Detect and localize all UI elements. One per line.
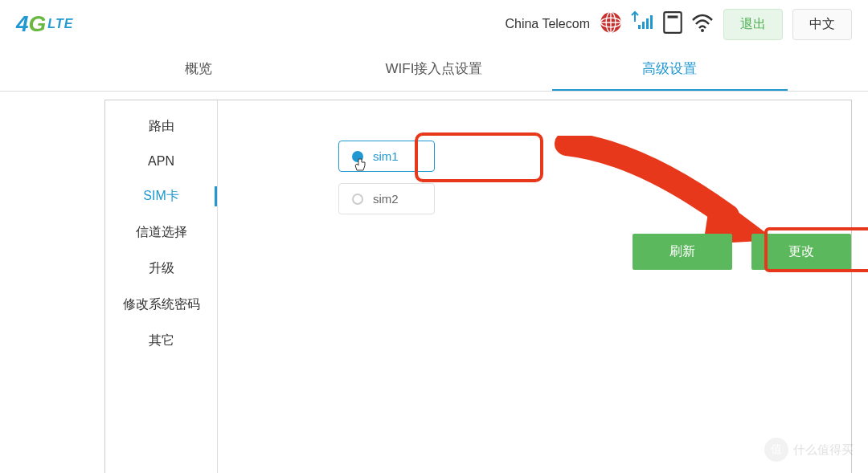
- refresh-button[interactable]: 刷新: [633, 234, 732, 270]
- language-button[interactable]: 中文: [792, 9, 852, 40]
- sim1-label: sim1: [373, 149, 399, 163]
- tab-advanced[interactable]: 高级设置: [552, 48, 788, 91]
- sidebar: 路由 APN SIM卡 信道选择 升级 修改系统密码 其它: [105, 100, 218, 473]
- watermark-icon: 值: [764, 438, 788, 462]
- signal-icon: [630, 10, 654, 38]
- svg-rect-10: [668, 15, 678, 18]
- globe-icon: [600, 11, 622, 37]
- sidebar-item-upgrade[interactable]: 升级: [105, 251, 217, 287]
- logo-lte: LTE: [47, 17, 73, 31]
- sim2-option[interactable]: sim2: [338, 183, 435, 214]
- logo-4: 4: [16, 11, 29, 36]
- status-icons: [600, 10, 714, 38]
- wifi-icon: [691, 12, 714, 36]
- logo: 4G LTE: [16, 11, 73, 37]
- action-buttons: 刷新 更改: [633, 234, 851, 270]
- change-button[interactable]: 更改: [751, 234, 851, 270]
- tab-overview[interactable]: 概览: [80, 48, 316, 91]
- cursor-icon: [354, 157, 366, 174]
- carrier-label: China Telecom: [505, 17, 590, 31]
- svg-rect-8: [650, 15, 653, 29]
- sim1-option[interactable]: sim1: [338, 141, 435, 172]
- watermark: 值 什么值得买: [764, 438, 854, 462]
- logo-g: G: [29, 11, 47, 36]
- header: 4G LTE China Telecom 退出 中文: [0, 0, 868, 48]
- sidebar-item-sim[interactable]: SIM卡: [105, 178, 217, 214]
- svg-rect-5: [638, 25, 641, 29]
- radio-unselected-icon: [352, 194, 363, 205]
- sidebar-item-channel[interactable]: 信道选择: [105, 214, 217, 251]
- tab-wifi[interactable]: WIFI接入点设置: [316, 48, 551, 91]
- svg-rect-9: [664, 12, 681, 33]
- watermark-text: 什么值得买: [793, 442, 854, 458]
- svg-point-11: [701, 29, 704, 32]
- header-right: China Telecom 退出 中文: [505, 9, 852, 40]
- sidebar-item-route[interactable]: 路由: [105, 108, 217, 145]
- content-panel: 路由 APN SIM卡 信道选择 升级 修改系统密码 其它 sim1 sim2: [104, 100, 852, 473]
- sim2-label: sim2: [373, 192, 399, 206]
- logout-button[interactable]: 退出: [723, 9, 783, 40]
- tabs: 概览 WIFI接入点设置 高级设置: [0, 48, 868, 92]
- svg-rect-7: [646, 18, 649, 29]
- main-panel: sim1 sim2 刷新 更改: [218, 100, 851, 473]
- sidebar-item-password[interactable]: 修改系统密码: [105, 287, 217, 323]
- svg-rect-6: [642, 22, 645, 29]
- sidebar-item-apn[interactable]: APN: [105, 145, 217, 178]
- sim-icon: [662, 10, 683, 38]
- sidebar-item-other[interactable]: 其它: [105, 323, 217, 359]
